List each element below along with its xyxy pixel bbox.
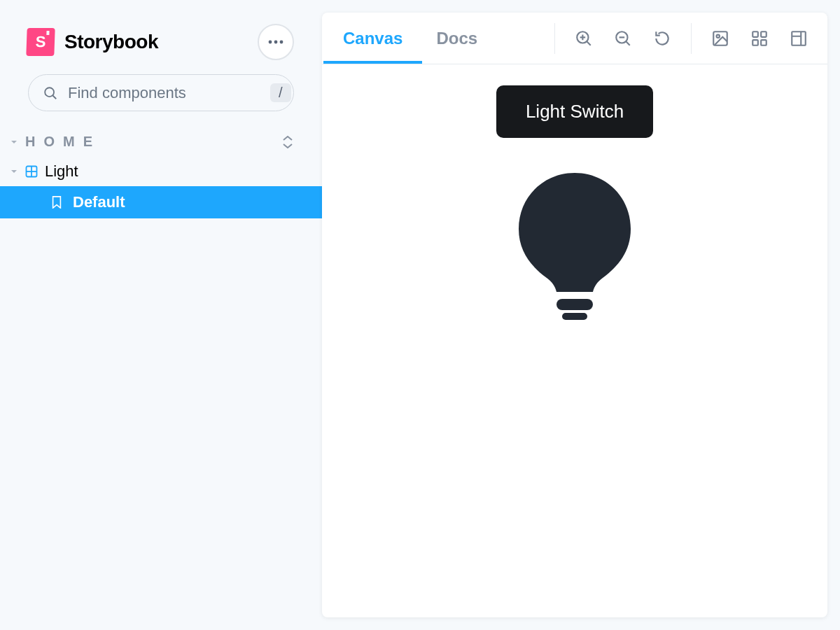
canvas-preview: Light Switch (322, 64, 827, 617)
tree-story-default[interactable]: Default (0, 186, 322, 218)
collapse-icon[interactable] (281, 136, 294, 148)
docs-button[interactable] (788, 28, 809, 49)
svg-line-4 (52, 95, 56, 99)
tree-component-light[interactable]: Light (0, 157, 322, 186)
sidebar-icon (790, 29, 808, 48)
more-button[interactable] (258, 24, 294, 60)
svg-point-3 (45, 88, 54, 97)
sidebar-header: S Storybook (0, 0, 322, 74)
logo-icon: S (26, 28, 55, 56)
toolbar (554, 13, 827, 64)
zoom-in-icon (575, 29, 593, 48)
grid-button[interactable] (749, 28, 770, 49)
chevron-down-icon (10, 167, 18, 176)
view-group (691, 23, 827, 54)
image-icon (711, 29, 729, 48)
component-icon (25, 165, 38, 178)
svg-rect-18 (761, 31, 766, 37)
svg-rect-24 (556, 299, 593, 310)
svg-rect-19 (752, 40, 758, 46)
svg-line-13 (626, 41, 629, 45)
reset-zoom-button[interactable] (652, 28, 673, 49)
logo[interactable]: S Storybook (27, 28, 158, 56)
section-home[interactable]: HOME (0, 127, 322, 157)
zoom-in-button[interactable] (573, 28, 594, 49)
zoom-group (554, 23, 691, 54)
tree-item-label: Light (45, 162, 78, 181)
search-input[interactable] (68, 84, 260, 102)
search-icon (43, 85, 58, 101)
grid-icon (750, 29, 769, 48)
svg-rect-20 (761, 40, 766, 46)
svg-rect-21 (792, 31, 806, 46)
sidebar: S Storybook / HOME Light Default (0, 0, 322, 630)
canvas-panel: Canvas Docs (322, 13, 827, 617)
light-switch-button[interactable]: Light Switch (496, 85, 653, 138)
svg-rect-25 (562, 313, 587, 320)
svg-line-9 (587, 41, 590, 45)
svg-rect-17 (752, 31, 758, 37)
tabs-bar: Canvas Docs (322, 13, 827, 64)
tab-canvas[interactable]: Canvas (342, 15, 404, 62)
tree-item-label: Default (73, 193, 125, 211)
background-button[interactable] (710, 28, 731, 49)
reset-icon (653, 29, 671, 48)
section-title: HOME (25, 134, 101, 150)
svg-point-1 (274, 41, 278, 44)
search-shortcut: / (270, 83, 291, 102)
lightbulb-icon (519, 173, 631, 320)
svg-point-2 (280, 41, 284, 44)
tab-docs[interactable]: Docs (435, 15, 479, 62)
tabs: Canvas Docs (322, 13, 479, 64)
search-container: / (0, 74, 322, 127)
chevron-down-icon (10, 138, 18, 146)
app-title: Storybook (64, 31, 158, 53)
bookmark-icon (50, 196, 63, 209)
zoom-out-button[interactable] (612, 28, 634, 49)
ellipsis-icon (268, 40, 284, 44)
svg-point-16 (717, 34, 720, 37)
search-input-wrap[interactable]: / (28, 74, 294, 111)
zoom-out-icon (614, 29, 632, 48)
svg-point-0 (269, 41, 272, 44)
